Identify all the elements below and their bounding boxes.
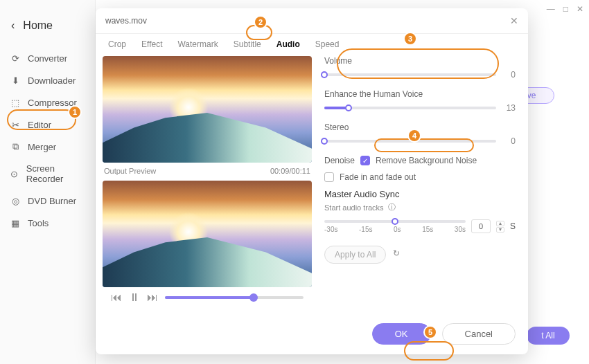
- annotation-ring-1: [7, 109, 76, 130]
- home-label: Home: [23, 19, 53, 32]
- sync-value[interactable]: 0: [471, 219, 491, 233]
- enhance-label: Enhance the Human Voice: [324, 89, 516, 99]
- annotation-ring-3: [337, 48, 499, 79]
- background-panel: [528, 0, 589, 364]
- denoise-label: Denoise: [324, 156, 355, 165]
- download-icon: ⬇: [10, 75, 21, 86]
- compress-icon: ⬚: [10, 97, 21, 108]
- annotation-badge-5: 5: [423, 325, 437, 339]
- close-icon[interactable]: ✕: [577, 4, 583, 14]
- sync-slider[interactable]: [324, 220, 466, 223]
- window-controls: — □ ✕: [547, 4, 583, 14]
- modal-title: waves.mov: [105, 16, 147, 26]
- partial-button-all[interactable]: t All: [527, 327, 570, 345]
- tab-speed[interactable]: Speed: [315, 39, 340, 49]
- minimize-icon[interactable]: —: [547, 4, 555, 14]
- preview-output: [103, 181, 312, 287]
- tab-subtitle[interactable]: Subtitle: [234, 39, 261, 49]
- stereo-label: Stereo: [324, 122, 516, 132]
- next-button-icon[interactable]: ⏭: [147, 291, 158, 304]
- preview-label: Output Preview: [104, 167, 156, 175]
- tab-watermark[interactable]: Watermark: [177, 39, 218, 49]
- maximize-icon[interactable]: □: [563, 4, 568, 14]
- seek-slider[interactable]: [165, 296, 304, 299]
- info-icon[interactable]: ⓘ: [388, 202, 396, 212]
- denoise-option: Remove Background Noise: [376, 156, 477, 165]
- preview-time: 00:09/00:11: [270, 167, 310, 175]
- apply-all-button[interactable]: Apply to All: [324, 246, 386, 264]
- grid-icon: ▦: [10, 217, 21, 228]
- annotation-badge-2: 2: [254, 15, 267, 29]
- tab-crop[interactable]: Crop: [108, 39, 126, 49]
- sidebar-item-merger[interactable]: ⧉ Merger: [0, 136, 95, 158]
- disc-icon: ◎: [10, 195, 21, 206]
- chevron-left-icon: ‹: [11, 19, 15, 32]
- sync-hint: Start audio tracks: [324, 203, 384, 212]
- audio-controls: Volume 0 Enhance the Human Voice 13 Ster…: [317, 56, 528, 316]
- sidebar: ‹ Home ⟳ Converter ⬇ Downloader ⬚ Compre…: [0, 0, 96, 364]
- player-controls: ⏮ ⏸ ⏭: [103, 287, 312, 311]
- recorder-icon: ⊙: [10, 168, 19, 179]
- merge-icon: ⧉: [10, 141, 21, 152]
- reset-icon[interactable]: ↻: [393, 248, 405, 261]
- fade-label: Fade in and fade out: [340, 172, 416, 182]
- sidebar-item-dvd[interactable]: ◎ DVD Burner: [0, 190, 95, 212]
- sync-unit: S: [510, 221, 516, 231]
- sync-title: Master Audio Sync: [324, 189, 516, 199]
- enhance-slider[interactable]: [324, 107, 496, 109]
- annotation-badge-1: 1: [68, 105, 82, 119]
- preview-original: [103, 56, 312, 163]
- enhance-value: 13: [503, 103, 516, 113]
- tab-audio[interactable]: Audio: [276, 39, 300, 49]
- annotation-badge-3: 3: [403, 32, 417, 46]
- sidebar-item-downloader[interactable]: ⬇ Downloader: [0, 69, 95, 91]
- converter-icon: ⟳: [10, 53, 21, 64]
- step-up-icon[interactable]: ▴: [496, 221, 504, 226]
- volume-value: 0: [503, 70, 516, 80]
- tab-effect[interactable]: Effect: [141, 39, 162, 49]
- back-home[interactable]: ‹ Home: [0, 17, 95, 43]
- annotation-ring-4: [374, 138, 474, 152]
- sync-stepper[interactable]: ▴ ▾: [496, 221, 504, 233]
- sidebar-item-recorder[interactable]: ⊙ Screen Recorder: [0, 158, 95, 190]
- annotation-ring-5: [404, 341, 454, 361]
- modal-close-icon[interactable]: ✕: [510, 15, 518, 26]
- preview-column: Output Preview 00:09/00:11 ⏮ ⏸ ⏭: [96, 56, 317, 316]
- stereo-value: 0: [503, 136, 516, 146]
- cancel-button[interactable]: Cancel: [442, 323, 516, 345]
- sidebar-item-tools[interactable]: ▦ Tools: [0, 212, 95, 234]
- pause-button-icon[interactable]: ⏸: [129, 291, 140, 304]
- prev-button-icon[interactable]: ⏮: [111, 291, 122, 304]
- sidebar-item-converter[interactable]: ⟳ Converter: [0, 47, 95, 69]
- annotation-badge-4: 4: [407, 129, 421, 143]
- fade-checkbox[interactable]: [324, 172, 334, 182]
- denoise-checkbox[interactable]: ✓: [360, 156, 370, 165]
- step-down-icon[interactable]: ▾: [496, 227, 504, 233]
